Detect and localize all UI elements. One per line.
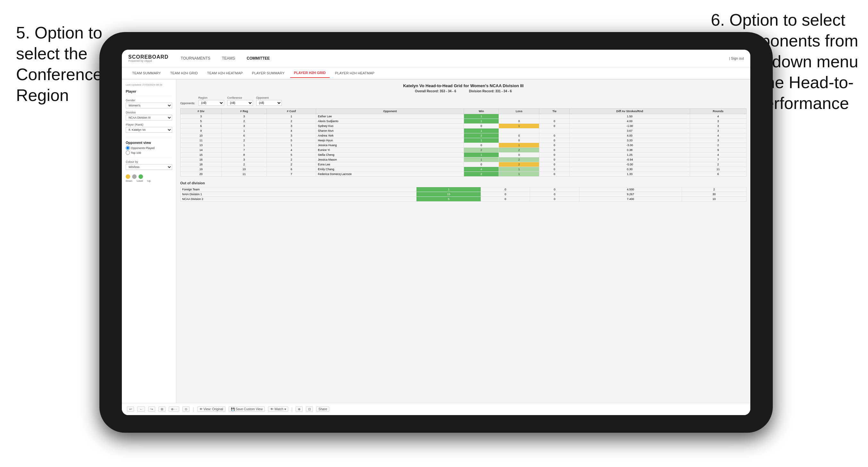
table-cell: 1 <box>464 138 499 143</box>
table-cell: 2 <box>222 162 267 167</box>
table-cell: 6 <box>690 172 746 177</box>
table-cell: 2 <box>499 157 539 162</box>
opponent-filter: Opponent (All) <box>256 96 282 106</box>
player-rank-select[interactable]: 8. Katelyn Vo <box>126 127 172 133</box>
table-cell: Stella Cheng <box>316 153 464 157</box>
filter-row: Opponents: Region (All) Conference (All) <box>180 96 746 106</box>
sub-nav-player-h2h-heatmap[interactable]: PLAYER H2H HEATMAP <box>331 69 378 77</box>
table-row: 1474Eunice Yi2200.389 <box>181 148 746 153</box>
table-cell: Federica Domecq Lacroze <box>316 172 464 177</box>
toolbar-redo[interactable]: ↪ <box>148 406 155 412</box>
table-cell: 6 <box>267 167 316 172</box>
ood-table-cell: 15 <box>416 192 481 197</box>
toolbar-back[interactable]: ← <box>137 406 145 412</box>
col-diff: Diff Av Strokes/Rnd <box>569 108 690 114</box>
table-row: 19106Emily Chang4100.3011 <box>181 167 746 172</box>
table-row: 914Sharon Mun13.673 <box>181 128 746 133</box>
table-cell: 0 <box>464 124 499 128</box>
table-cell: 1 <box>464 128 499 133</box>
ood-table-cell: 30 <box>682 192 746 197</box>
table-cell: 7 <box>690 157 746 162</box>
table-cell: 2 <box>267 119 316 124</box>
table-cell: 9 <box>181 128 222 133</box>
table-cell: 7 <box>267 172 316 177</box>
table-cell: 1 <box>267 114 316 119</box>
table-cell: 3 <box>267 133 316 138</box>
legend-down: Down <box>126 180 132 182</box>
table-cell: 0 <box>499 153 539 157</box>
toolbar-share[interactable]: Share <box>316 406 329 412</box>
table-cell: 2 <box>267 162 316 167</box>
logo-sub: Powered by clippd <box>128 60 169 62</box>
ood-table-cell: 2 <box>682 187 746 192</box>
toolbar-undo[interactable]: ↩ <box>127 406 134 412</box>
table-cell: 2 <box>222 138 267 143</box>
sub-nav: TEAM SUMMARY TEAM H2H GRID TEAM H2H HEAT… <box>122 67 750 80</box>
sub-nav-player-summary[interactable]: PLAYER SUMMARY <box>248 69 288 77</box>
table-cell: 0 <box>539 162 569 167</box>
opponent-select[interactable]: (All) <box>256 100 282 106</box>
table-cell: 18 <box>181 162 222 167</box>
table-cell: Alexis Sudjianto <box>316 119 464 124</box>
table-cell: 11 <box>181 138 222 143</box>
table-cell: 0 <box>539 153 569 157</box>
toolbar-dots[interactable]: ⊕ · · <box>169 406 179 412</box>
tablet-screen: SCOREBOARD Powered by clippd TOURNAMENTS… <box>122 50 750 415</box>
region-filter: Region (All) <box>198 96 224 106</box>
col-win: Win <box>464 108 499 114</box>
table-cell: 2 <box>690 162 746 167</box>
radio-top100[interactable]: Top 100 <box>126 151 172 155</box>
sub-nav-team-h2h-heatmap[interactable]: TEAM H2H HEATMAP <box>203 69 247 77</box>
table-cell: 6 <box>222 133 267 138</box>
nav-items: TOURNAMENTS TEAMS COMMITTEE <box>178 55 273 62</box>
table-cell: 3 <box>181 114 222 119</box>
nav-teams[interactable]: TEAMS <box>219 55 238 62</box>
toolbar-save-custom[interactable]: 💾 Save Custom View <box>228 406 265 412</box>
colour-legend-circles <box>126 174 172 179</box>
table-cell: Heejo Hyun <box>316 138 464 143</box>
table-cell: 1.33 <box>569 172 690 177</box>
table-cell: 0 <box>499 133 539 138</box>
toolbar-grid[interactable]: ⊞ <box>158 406 165 412</box>
division-select[interactable]: NCAA Division III <box>126 115 172 121</box>
table-cell: 14 <box>181 148 222 153</box>
table-cell: 0 <box>539 143 569 148</box>
table-cell: 11 <box>690 167 746 172</box>
table-cell: Sydney Kuo <box>316 124 464 128</box>
logo-area: SCOREBOARD Powered by clippd <box>128 55 169 62</box>
toolbar-watch[interactable]: 👁 Watch ▾ <box>268 406 288 412</box>
table-cell: 8 <box>222 153 267 157</box>
gender-select[interactable]: Women's <box>126 102 172 108</box>
table-cell: 0 <box>464 143 499 148</box>
sub-nav-team-summary[interactable]: TEAM SUMMARY <box>128 69 165 77</box>
table-row: 1585Stella Cheng1001.254 <box>181 153 746 157</box>
toolbar-circle[interactable]: ⊙ <box>182 406 189 412</box>
ood-table-cell: 7.400 <box>579 197 682 201</box>
sub-nav-team-h2h-grid[interactable]: TEAM H2H GRID <box>166 69 202 77</box>
sub-nav-player-h2h-grid[interactable]: PLAYER H2H GRID <box>290 68 330 78</box>
last-updated: Last Updated: 27/03/2024 08:34 <box>126 83 172 86</box>
h2h-table: # Div # Reg # Conf Opponent Win Loss Tie… <box>180 108 746 177</box>
table-row: 522Alexis Sudjianto1004.003 <box>181 119 746 124</box>
table-cell: 3 <box>222 157 267 162</box>
table-cell: 16 <box>181 157 222 162</box>
conference-select[interactable]: (All) <box>227 100 253 106</box>
table-cell: 4 <box>690 153 746 157</box>
region-select[interactable]: (All) <box>198 100 224 106</box>
nav-tournaments[interactable]: TOURNAMENTS <box>178 55 213 62</box>
table-cell: 1.25 <box>569 153 690 157</box>
table-cell: 5 <box>267 153 316 157</box>
radio-opponents-played[interactable]: Opponents Played <box>126 146 172 150</box>
table-cell: 2 <box>267 157 316 162</box>
toolbar-export[interactable]: ⊡ <box>306 406 313 412</box>
toolbar-plus[interactable]: ⊕ <box>296 406 303 412</box>
nav-committee[interactable]: COMMITTEE <box>244 55 272 62</box>
toolbar-view-original[interactable]: 👁 View: Original <box>197 406 225 412</box>
table-row: 1311Jessica Huang010-3.002 <box>181 143 746 148</box>
table-cell: 4 <box>267 128 316 133</box>
grid-title: Katelyn Vo Head-to-Head Grid for Women's… <box>180 83 746 88</box>
opponent-view-label: Opponent view <box>126 141 172 145</box>
colour-by-select[interactable]: Win/loss <box>126 164 172 170</box>
table-cell: 2 <box>499 162 539 167</box>
sign-out[interactable]: | Sign out <box>729 56 744 60</box>
